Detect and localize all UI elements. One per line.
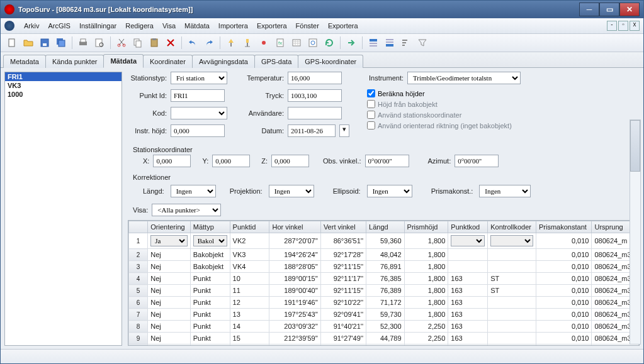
grid-col-header[interactable]: Punktkod bbox=[448, 221, 488, 233]
tool-save-as-icon[interactable] bbox=[54, 35, 69, 50]
grid-cell[interactable]: 0,010 bbox=[536, 297, 592, 309]
grid-cell[interactable]: 59,360 bbox=[366, 233, 405, 249]
azimut-input[interactable] bbox=[455, 155, 499, 167]
tool-below-icon[interactable] bbox=[382, 35, 397, 50]
grid-col-header[interactable]: Kontrollkoder bbox=[488, 221, 536, 233]
minimize-button[interactable]: ─ bbox=[579, 3, 599, 16]
tool-sort-icon[interactable] bbox=[398, 35, 414, 50]
tool-print-preview-icon[interactable] bbox=[92, 35, 107, 50]
grid-cell[interactable]: 10 bbox=[129, 345, 148, 346]
grid-cell[interactable]: 188°28'05'' bbox=[269, 261, 320, 273]
grid-cell[interactable]: 1 bbox=[129, 233, 148, 249]
grid-col-header[interactable]: Orientering bbox=[148, 221, 191, 233]
cell-select[interactable]: Bakol bbox=[193, 235, 227, 246]
grid-cell[interactable] bbox=[448, 233, 488, 249]
datum-picker-icon[interactable]: ▾ bbox=[339, 124, 349, 137]
tool-filter-icon[interactable] bbox=[415, 35, 430, 50]
grid-cell[interactable]: Nej bbox=[148, 297, 191, 309]
tool-preview-icon[interactable] bbox=[305, 35, 320, 50]
kod-select[interactable] bbox=[171, 107, 227, 119]
station-item[interactable]: FRI1 bbox=[5, 72, 121, 81]
grid-cell[interactable]: 191°19'46'' bbox=[269, 297, 320, 309]
grid-cell[interactable]: 92°11'17'' bbox=[320, 273, 366, 285]
grid-cell[interactable]: 0,010 bbox=[536, 249, 592, 261]
tab-gps-koordinater[interactable]: GPS-koordinater bbox=[298, 55, 363, 68]
grid-cell[interactable]: Ja bbox=[148, 233, 191, 249]
grid-cell[interactable]: 86°36'51'' bbox=[320, 233, 366, 249]
grid-col-header[interactable]: Hor vinkel bbox=[269, 221, 320, 233]
tab-avvagningsdata[interactable]: Avvägningsdata bbox=[192, 55, 255, 68]
grid-cell[interactable]: 0,010 bbox=[536, 309, 592, 321]
proj-select[interactable]: Ingen bbox=[269, 185, 314, 197]
grid-cell[interactable]: Punkt bbox=[190, 333, 230, 345]
grid-cell[interactable]: 247°27'58'' bbox=[269, 345, 320, 346]
measurement-grid[interactable]: OrienteringMättypPunktidHor vinkelVert v… bbox=[128, 220, 640, 346]
mdi-minimize-button[interactable]: - bbox=[607, 21, 617, 31]
tool-refresh-icon[interactable] bbox=[322, 35, 337, 50]
berakna-checkbox[interactable] bbox=[367, 89, 375, 97]
grid-cell[interactable]: 92°11'15'' bbox=[320, 285, 366, 297]
table-row[interactable]: 2NejBakobjektVK3194°26'24''92°17'28''48,… bbox=[129, 249, 639, 261]
punktid-input[interactable] bbox=[171, 89, 225, 102]
grid-cell[interactable]: 203°09'32'' bbox=[269, 321, 320, 333]
grid-cell[interactable] bbox=[488, 233, 536, 249]
tab-gps-data[interactable]: GPS-data bbox=[254, 55, 298, 68]
grid-cell[interactable] bbox=[488, 261, 536, 273]
grid-cell[interactable]: Nej bbox=[148, 309, 191, 321]
station-item[interactable]: VK3 bbox=[5, 81, 121, 90]
menu-arkiv[interactable]: Arkiv bbox=[20, 20, 43, 31]
grid-cell[interactable] bbox=[488, 333, 536, 345]
table-row[interactable]: 6NejPunkt12191°19'46''92°10'22''71,1721,… bbox=[129, 297, 639, 309]
grid-cell[interactable]: 163 bbox=[448, 273, 488, 285]
grid-cell[interactable]: 197°25'43'' bbox=[269, 309, 320, 321]
grid-col-header[interactable]: Punktid bbox=[230, 221, 269, 233]
grid-cell[interactable]: 91°27'49'' bbox=[320, 333, 366, 345]
grid-cell[interactable]: Bakobjekt bbox=[190, 249, 230, 261]
y-input[interactable] bbox=[212, 155, 250, 167]
grid-cell[interactable]: Nej bbox=[148, 285, 191, 297]
grid-cell[interactable]: 76,389 bbox=[366, 285, 405, 297]
grid-cell[interactable]: Nej bbox=[148, 261, 191, 273]
grid-cell[interactable]: 163 bbox=[448, 309, 488, 321]
tool-table-icon[interactable] bbox=[289, 35, 304, 50]
grid-cell[interactable]: Punkt bbox=[190, 345, 230, 346]
tab-matdata[interactable]: Mätdata bbox=[103, 54, 144, 68]
grid-cell[interactable]: 8 bbox=[129, 321, 148, 333]
grid-col-header[interactable]: Prismhöjd bbox=[404, 221, 448, 233]
grid-cell[interactable]: VK3 bbox=[230, 249, 269, 261]
grid-cell[interactable]: 5 bbox=[129, 285, 148, 297]
grid-cell[interactable]: 38,591 bbox=[366, 345, 405, 346]
grid-cell[interactable]: 44,789 bbox=[366, 333, 405, 345]
grid-cell[interactable]: 163 bbox=[448, 333, 488, 345]
menu-exportera[interactable]: Exportera bbox=[252, 20, 291, 31]
langd-select[interactable]: Ingen bbox=[171, 185, 216, 197]
grid-cell[interactable]: 71,172 bbox=[366, 297, 405, 309]
tool-survey1-icon[interactable] bbox=[223, 35, 239, 50]
grid-cell[interactable]: 0,010 bbox=[536, 333, 592, 345]
grid-cell[interactable]: VK2 bbox=[230, 233, 269, 249]
grid-cell[interactable]: Nej bbox=[148, 321, 191, 333]
tool-go-icon[interactable] bbox=[344, 35, 359, 50]
table-row[interactable]: 1JaBakolVK2287°20'07''86°36'51''59,3601,… bbox=[129, 233, 639, 249]
grid-cell[interactable]: ST bbox=[488, 273, 536, 285]
grid-cell[interactable]: 15 bbox=[230, 333, 269, 345]
grid-cell[interactable]: 0,010 bbox=[536, 345, 592, 346]
cell-select[interactable] bbox=[490, 235, 533, 246]
grid-cell[interactable]: 0,010 bbox=[536, 233, 592, 249]
grid-cell[interactable]: 76,385 bbox=[366, 273, 405, 285]
grid-cell[interactable]: 163 bbox=[448, 285, 488, 297]
menu-visa[interactable]: Visa bbox=[158, 20, 180, 31]
grid-col-header[interactable] bbox=[129, 221, 148, 233]
prisma-select[interactable]: Ingen bbox=[479, 185, 531, 197]
tab-metadata[interactable]: Metadata bbox=[3, 55, 46, 68]
tool-survey2-icon[interactable] bbox=[240, 35, 255, 50]
grid-cell[interactable]: Punkt bbox=[190, 285, 230, 297]
table-row[interactable]: 8NejPunkt14203°09'32''91°40'21''52,3002,… bbox=[129, 321, 639, 333]
grid-cell[interactable]: 2 bbox=[129, 249, 148, 261]
tool-above-icon[interactable] bbox=[366, 35, 381, 50]
grid-cell[interactable]: 92°17'28'' bbox=[320, 249, 366, 261]
menu-installningar[interactable]: Inställningar bbox=[75, 20, 121, 31]
table-row[interactable]: 7NejPunkt13197°25'43''92°09'41''59,7301,… bbox=[129, 309, 639, 321]
tool-copy-icon[interactable] bbox=[130, 35, 145, 50]
grid-cell[interactable]: 163 bbox=[448, 345, 488, 346]
